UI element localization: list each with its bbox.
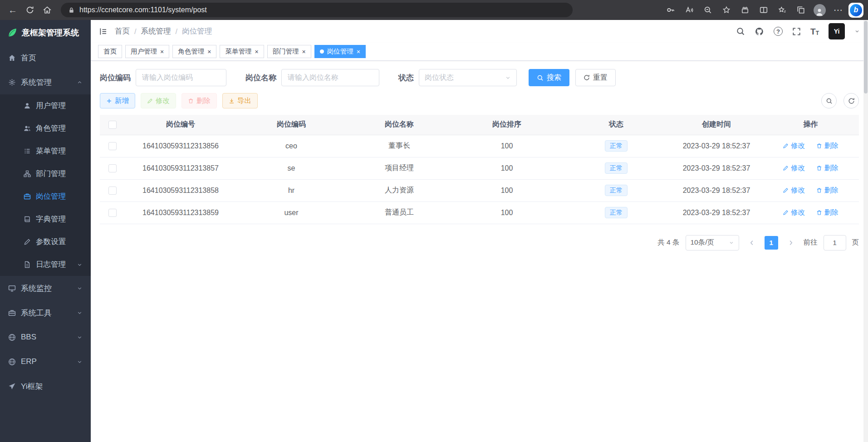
breadcrumb-item-home[interactable]: 首页 — [115, 26, 130, 36]
sidebar-item-system-monitor[interactable]: 系统监控 — [0, 276, 91, 300]
row-checkbox[interactable] — [108, 142, 117, 150]
tab-dept-mgmt[interactable]: 部门管理× — [267, 45, 311, 58]
favorites-button[interactable] — [774, 2, 790, 18]
sidebar-item-role-mgmt[interactable]: 角色管理 — [0, 117, 91, 140]
sidebar-item-label: 系统监控 — [21, 283, 52, 294]
tab-close-icon[interactable]: × — [302, 49, 306, 55]
browser-refresh-button[interactable] — [22, 2, 38, 18]
goto-page-input[interactable] — [824, 235, 846, 250]
sidebar-item-yi-framework[interactable]: Yi框架 — [0, 374, 91, 398]
row-delete-link[interactable]: 删除 — [816, 208, 839, 217]
page-size-select[interactable]: 10条/页 — [686, 235, 739, 250]
sidebar-item-post-mgmt[interactable]: 岗位管理 — [0, 185, 91, 208]
user-icon — [24, 102, 31, 109]
split-screen-button[interactable] — [755, 2, 772, 18]
reset-button[interactable]: 重置 — [575, 69, 616, 86]
tab-close-icon[interactable]: × — [207, 49, 211, 55]
tab-close-icon[interactable]: × — [160, 49, 164, 55]
post-name-input[interactable] — [281, 69, 379, 86]
breadcrumb-item-system-mgmt[interactable]: 系统管理 — [141, 26, 171, 36]
collections-button[interactable] — [793, 2, 809, 18]
sidebar-item-system-mgmt[interactable]: 系统管理 — [0, 70, 91, 94]
status-select[interactable]: 岗位状态 — [419, 69, 517, 86]
column-header-post-code: 岗位编码 — [236, 115, 347, 135]
tab-role-mgmt[interactable]: 角色管理× — [172, 45, 216, 58]
tab-user-mgmt[interactable]: 用户管理× — [125, 45, 169, 58]
font-size-icon[interactable]: TT — [810, 27, 819, 36]
post-code-label: 岗位编码 — [100, 73, 131, 83]
show-search-toggle-button[interactable] — [821, 93, 837, 108]
page-number-1[interactable]: 1 — [765, 236, 778, 250]
add-button[interactable]: 新增 — [100, 93, 135, 108]
chevron-right-icon — [788, 240, 794, 246]
row-checkbox[interactable] — [108, 209, 117, 217]
sidebar-item-menu-mgmt[interactable]: 菜单管理 — [0, 140, 91, 162]
tab-post-mgmt[interactable]: 岗位管理× — [314, 45, 366, 58]
cell-post-code: ceo — [236, 135, 347, 157]
edit-button[interactable]: 修改 — [141, 93, 176, 108]
row-delete-link[interactable]: 删除 — [816, 163, 839, 173]
bing-copilot-icon: b — [850, 4, 862, 16]
header-search-icon[interactable] — [736, 27, 745, 36]
add-favorite-button[interactable] — [718, 2, 735, 18]
sidebar-item-home[interactable]: 首页 — [0, 45, 91, 70]
row-checkbox[interactable] — [108, 187, 117, 195]
user-avatar[interactable]: Yi — [829, 23, 845, 39]
sidebar-item-label: 菜单管理 — [36, 146, 66, 156]
row-edit-link[interactable]: 修改 — [783, 163, 805, 173]
system-mgmt-submenu: 用户管理 角色管理 菜单管理 部门管理 岗位管理 — [0, 94, 91, 276]
browser-home-button[interactable] — [39, 2, 55, 18]
sidebar-item-user-mgmt[interactable]: 用户管理 — [0, 94, 91, 117]
select-all-checkbox[interactable] — [108, 121, 117, 129]
sidebar-item-param-settings[interactable]: 参数设置 — [0, 231, 91, 253]
row-delete-link[interactable]: 删除 — [816, 186, 839, 195]
address-bar[interactable]: https://ccnetcore.com:1101/system/post — [61, 3, 573, 17]
sidebar-item-system-tools[interactable]: 系统工具 — [0, 300, 91, 325]
tab-close-icon[interactable]: × — [357, 49, 360, 55]
help-icon[interactable]: ? — [774, 27, 783, 36]
post-code-input[interactable] — [136, 69, 226, 86]
prev-page-button[interactable] — [745, 236, 759, 250]
github-icon[interactable] — [755, 27, 764, 36]
password-key-button[interactable] — [662, 2, 679, 18]
sidebar-item-erp[interactable]: ERP — [0, 349, 91, 374]
sidebar-item-dict-mgmt[interactable]: 字典管理 — [0, 208, 91, 231]
copilot-button[interactable]: b — [848, 3, 863, 18]
delete-button[interactable]: 删除 — [181, 93, 217, 108]
browser-scrollbar[interactable] — [863, 20, 868, 442]
next-page-button[interactable] — [784, 236, 798, 250]
zoom-button[interactable] — [700, 2, 716, 18]
sidebar-item-log-mgmt[interactable]: 日志管理 — [0, 253, 91, 276]
browser-profile-button[interactable] — [811, 2, 828, 18]
users-icon — [24, 125, 31, 132]
cell-post-sort: 100 — [452, 157, 562, 179]
browser-back-button[interactable]: ← — [5, 2, 21, 18]
row-edit-link[interactable]: 修改 — [783, 186, 805, 195]
extensions-button[interactable] — [737, 2, 753, 18]
search-button[interactable]: 搜索 — [529, 69, 569, 86]
tab-close-icon[interactable]: × — [255, 49, 258, 55]
browser-more-button[interactable]: ⋯ — [830, 2, 846, 18]
sidebar: 意框架管理系统 首页 系统管理 用户管理 角色管理 — [0, 20, 91, 442]
sidebar-item-label: 岗位管理 — [36, 192, 66, 201]
export-button[interactable]: 导出 — [222, 93, 258, 108]
refresh-table-button[interactable] — [843, 93, 859, 108]
row-edit-link[interactable]: 修改 — [783, 141, 805, 151]
read-aloud-button[interactable] — [681, 2, 697, 18]
row-checkbox[interactable] — [108, 164, 117, 172]
sidebar-item-label: 参数设置 — [36, 237, 66, 247]
breadcrumb: 首页 / 系统管理 / 岗位管理 — [115, 26, 212, 36]
tab-home[interactable]: 首页 — [98, 45, 122, 58]
row-delete-link[interactable]: 删除 — [816, 141, 839, 151]
tab-menu-mgmt[interactable]: 菜单管理× — [220, 45, 264, 58]
chevron-up-icon — [77, 79, 83, 85]
row-edit-link[interactable]: 修改 — [783, 208, 805, 217]
avatar-caret-icon[interactable] — [854, 29, 860, 34]
sidebar-item-dept-mgmt[interactable]: 部门管理 — [0, 162, 91, 185]
sidebar-item-bbs[interactable]: BBS — [0, 325, 91, 349]
scrollbar-thumb[interactable] — [864, 21, 868, 93]
cell-post-code: user — [236, 201, 347, 224]
sidebar-fold-icon[interactable] — [99, 27, 108, 36]
home-icon — [43, 6, 51, 14]
fullscreen-icon[interactable] — [792, 27, 801, 36]
